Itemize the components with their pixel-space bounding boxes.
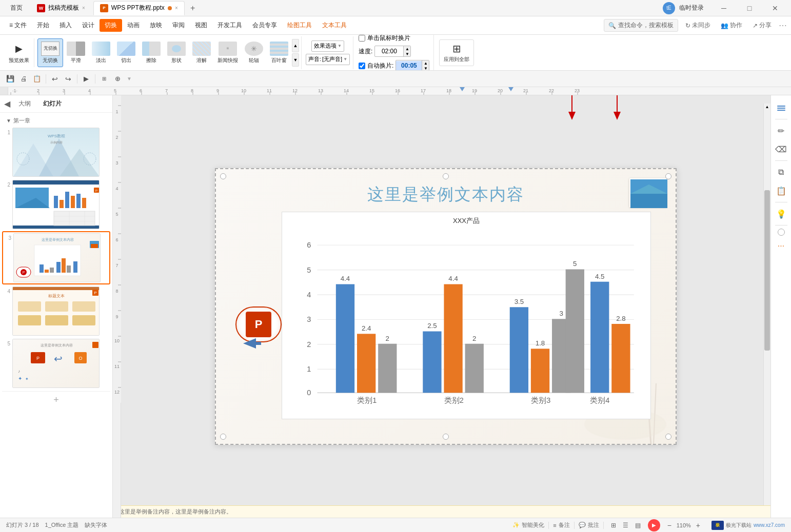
wps-tab[interactable]: W 找稿壳模板 × bbox=[31, 1, 91, 15]
note-btn[interactable]: ≡ 备注 bbox=[553, 521, 569, 529]
mouse-click-checkbox[interactable] bbox=[359, 35, 365, 42]
menu-text[interactable]: 文本工具 bbox=[317, 19, 352, 32]
close-button[interactable]: ✕ bbox=[763, 0, 787, 16]
auto-slide-input[interactable] bbox=[396, 61, 422, 70]
selection-handle-tc[interactable] bbox=[443, 173, 449, 179]
selection-handle-br[interactable] bbox=[665, 434, 671, 440]
scroll-thumb[interactable] bbox=[764, 190, 770, 351]
collab-button[interactable]: 👥 协作 bbox=[718, 19, 745, 31]
quick-expand[interactable]: ▼ bbox=[127, 76, 132, 81]
auto-slide-checkbox[interactable] bbox=[359, 63, 365, 69]
rt-pen-btn[interactable]: ✏ bbox=[773, 122, 789, 139]
search-area[interactable]: 🔍 查找命令，搜索模板 bbox=[604, 19, 678, 32]
slide-item-2[interactable]: 2 bbox=[2, 179, 110, 230]
quick-print[interactable]: 🖨 bbox=[17, 73, 30, 85]
menu-review[interactable]: 审阅 bbox=[167, 19, 190, 32]
quick-undo-list[interactable]: 📋 bbox=[31, 73, 43, 85]
slide-thumb-1[interactable]: WPS教程 示例内容 bbox=[12, 128, 100, 177]
slide-item-4[interactable]: 4 标题文本 P bbox=[2, 285, 110, 337]
quick-undo[interactable]: ↩ bbox=[49, 73, 61, 85]
play-slideshow-btn[interactable]: ▶ bbox=[648, 519, 660, 531]
sound-select[interactable]: 声音: [无声音] ▼ bbox=[306, 54, 350, 65]
view-normal[interactable]: ⊞ bbox=[608, 520, 619, 531]
quick-redo[interactable]: ↪ bbox=[62, 73, 74, 85]
trans-shape[interactable]: 形状 bbox=[164, 38, 189, 67]
selection-handle-tl[interactable] bbox=[220, 173, 226, 179]
add-tab-button[interactable]: + bbox=[187, 2, 199, 14]
trans-cut[interactable]: 切出 bbox=[114, 38, 139, 67]
zoom-in-btn[interactable]: + bbox=[693, 520, 703, 530]
menu-member[interactable]: 会员专享 bbox=[247, 19, 282, 32]
trans-smooth[interactable]: 平滑 bbox=[64, 38, 88, 67]
chapter-header[interactable]: ▼ 第一章 bbox=[2, 115, 110, 127]
auto-slide-spin-up[interactable]: ▲ bbox=[422, 60, 429, 66]
speed-spin-up[interactable]: ▲ bbox=[403, 46, 410, 51]
quick-save[interactable]: 💾 bbox=[4, 73, 16, 85]
zoom-out-btn[interactable]: − bbox=[664, 520, 675, 530]
wps-tab-close[interactable]: × bbox=[82, 5, 85, 11]
quick-more[interactable]: ⊕ bbox=[111, 73, 124, 85]
rt-copy-btn[interactable]: ⧉ bbox=[773, 164, 789, 180]
rt-bulb-btn[interactable]: 💡 bbox=[773, 206, 789, 222]
add-slide-button[interactable]: + bbox=[2, 391, 110, 408]
home-tab[interactable]: 首页 bbox=[4, 1, 29, 15]
panel-tab-outline[interactable]: 大纲 bbox=[14, 97, 35, 110]
slide-thumb-3[interactable]: 这里是举例文本内容 P bbox=[13, 233, 101, 282]
menu-file[interactable]: ≡ 文件 bbox=[4, 19, 32, 32]
trans-scroll-up[interactable]: ▲ bbox=[292, 39, 299, 52]
menu-view[interactable]: 视图 bbox=[190, 19, 212, 32]
menu-draw[interactable]: 绘图工具 bbox=[282, 19, 317, 32]
panel-tab-slides[interactable]: 幻灯片 bbox=[39, 97, 66, 110]
menu-slideshow[interactable]: 放映 bbox=[145, 19, 167, 32]
view-slide[interactable]: ▤ bbox=[632, 520, 644, 531]
slide-title-area[interactable]: 这里是举例文本内容 bbox=[215, 183, 677, 206]
menu-design[interactable]: 设计 bbox=[77, 19, 100, 32]
trans-blinds[interactable]: 百叶窗 bbox=[267, 38, 291, 67]
rt-more-btn[interactable]: ··· bbox=[773, 238, 789, 254]
quick-play[interactable]: ▶ bbox=[80, 73, 92, 85]
view-outline[interactable]: ☰ bbox=[620, 520, 631, 531]
ppt-tab-close[interactable]: × bbox=[175, 5, 178, 11]
menu-insert[interactable]: 插入 bbox=[54, 19, 77, 32]
scrollbar-v[interactable]: ▲ ▼ bbox=[763, 104, 770, 518]
effect-options-select[interactable]: 效果选项 ▼ bbox=[311, 40, 344, 52]
selection-handle-bc[interactable] bbox=[443, 434, 449, 440]
user-avatar[interactable]: tE bbox=[663, 2, 675, 14]
menu-start[interactable]: 开始 bbox=[32, 19, 54, 32]
selection-handle-bl[interactable] bbox=[220, 434, 226, 440]
speed-spin-down[interactable]: ▼ bbox=[403, 51, 410, 56]
menu-devtools[interactable]: 开发工具 bbox=[212, 19, 247, 32]
scroll-up-btn[interactable]: ▲ bbox=[764, 104, 770, 110]
slide-item-3[interactable]: 3 这里是举例文本内容 bbox=[2, 231, 110, 284]
apply-all-button[interactable]: ⊞ 应用到全部 bbox=[439, 39, 474, 66]
slide-item-1[interactable]: 1 bbox=[2, 127, 110, 178]
slide-thumb-4[interactable]: 标题文本 P bbox=[12, 287, 100, 336]
trans-erase[interactable]: 擦除 bbox=[139, 38, 164, 67]
chart-area[interactable]: XXX产品 bbox=[282, 212, 651, 419]
slide-item-5[interactable]: 5 这里是举例文本内容 P bbox=[2, 338, 110, 389]
menu-animation[interactable]: 动画 bbox=[122, 19, 145, 32]
trans-none[interactable]: 无切换 无切换 bbox=[37, 38, 63, 67]
comment-btn[interactable]: 💬 批注 bbox=[579, 521, 599, 529]
right-thumbnail[interactable] bbox=[629, 178, 666, 207]
trans-scroll-down[interactable]: ▼ bbox=[292, 53, 299, 67]
smart-beautify-btn[interactable]: ✨ 智能美化 bbox=[512, 521, 544, 529]
trans-news[interactable]: ≡ 新闻快报 bbox=[214, 38, 241, 67]
sync-button[interactable]: ↻ 未同步 bbox=[682, 19, 714, 31]
menu-transition[interactable]: 切换 bbox=[100, 19, 122, 32]
rt-eraser-btn[interactable]: ⌫ bbox=[773, 141, 789, 157]
font-issue[interactable]: 缺失字体 bbox=[85, 521, 107, 529]
rt-circle-btn[interactable] bbox=[778, 229, 785, 236]
preview-effect-button[interactable]: ▶ 预览效果 bbox=[6, 39, 32, 66]
rt-layers-btn[interactable] bbox=[773, 99, 789, 116]
auto-slide-spin-down[interactable]: ▼ bbox=[422, 66, 429, 71]
rt-paste-btn[interactable]: 📋 bbox=[773, 182, 789, 199]
trans-dissolve[interactable]: 溶解 bbox=[189, 38, 214, 67]
share-button[interactable]: ↗ 分享 bbox=[749, 19, 775, 31]
trans-wheel[interactable]: ✳ 轮辐 bbox=[242, 38, 266, 67]
maximize-button[interactable]: □ bbox=[738, 0, 761, 16]
speed-input[interactable] bbox=[375, 47, 403, 56]
ppt-tab[interactable]: P WPS PPT教程.pptx × bbox=[93, 1, 185, 15]
slide-thumb-2[interactable]: P bbox=[12, 180, 100, 229]
more-menu-button[interactable]: ⋯ bbox=[779, 21, 787, 30]
